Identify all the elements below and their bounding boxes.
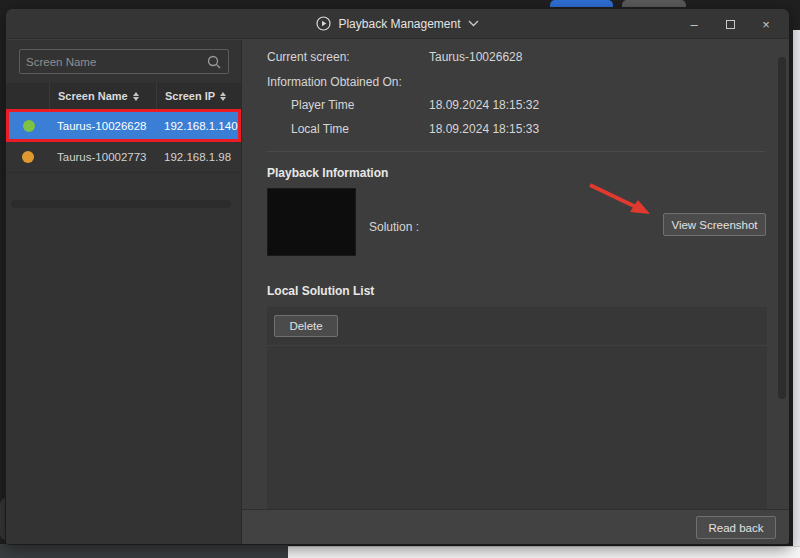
section-separator bbox=[267, 151, 765, 152]
player-time-label: Player Time bbox=[291, 98, 354, 112]
screen-table-header: Screen Name Screen IP bbox=[6, 83, 241, 109]
close-button[interactable]: × bbox=[753, 12, 779, 36]
window-title: Playback Management bbox=[338, 17, 460, 31]
local-solution-list-title: Local Solution List bbox=[267, 284, 374, 298]
screen-name-header-label: Screen Name bbox=[58, 90, 128, 102]
playback-information-title: Playback Information bbox=[267, 166, 388, 180]
background-window-right bbox=[793, 30, 800, 558]
screen-ip-cell: 192.168.1.98 bbox=[156, 151, 241, 163]
footer-bar: Read back bbox=[242, 509, 789, 544]
screen-name-cell: Taurus-10002773 bbox=[49, 151, 156, 163]
minimize-button[interactable]: – bbox=[681, 12, 707, 36]
status-column-header bbox=[6, 83, 49, 109]
sort-icon[interactable] bbox=[133, 92, 139, 101]
read-back-button[interactable]: Read back bbox=[696, 516, 776, 539]
horizontal-scrollbar[interactable] bbox=[11, 200, 231, 208]
background-window-bottom bbox=[288, 546, 800, 558]
info-obtained-label: Information Obtained On: bbox=[267, 75, 402, 89]
window-controls: – × bbox=[681, 9, 779, 39]
current-screen-value: Taurus-10026628 bbox=[429, 50, 522, 64]
title-group[interactable]: Playback Management bbox=[316, 16, 478, 31]
search-input[interactable] bbox=[20, 56, 207, 68]
local-time-value: 18.09.2024 18:15:33 bbox=[429, 122, 539, 136]
status-cell bbox=[6, 151, 49, 163]
warning-status-icon bbox=[22, 151, 34, 163]
background-tab-gray bbox=[622, 0, 686, 7]
status-cell bbox=[9, 120, 49, 132]
screen-list-sidebar: Screen Name Screen IP Taurus-10026628 19… bbox=[6, 40, 241, 544]
screen-table: Screen Name Screen IP Taurus-10026628 19… bbox=[6, 83, 241, 173]
online-status-icon bbox=[23, 120, 35, 132]
background-desktop-bottom bbox=[0, 544, 288, 558]
screen-ip-header-label: Screen IP bbox=[165, 90, 215, 102]
local-time-label: Local Time bbox=[291, 122, 349, 136]
screen-ip-cell: 192.168.1.140 bbox=[156, 120, 238, 132]
playback-screenshot-thumbnail bbox=[267, 188, 356, 256]
local-solution-list-panel: Delete bbox=[267, 307, 767, 509]
current-screen-label: Current screen: bbox=[267, 50, 350, 64]
screen-row-taurus-10026628[interactable]: Taurus-10026628 192.168.1.140 bbox=[6, 109, 241, 142]
view-screenshot-button[interactable]: View Screenshot bbox=[663, 213, 766, 236]
search-icon[interactable] bbox=[207, 55, 221, 69]
delete-button[interactable]: Delete bbox=[274, 315, 338, 337]
playback-icon bbox=[316, 16, 331, 31]
player-time-value: 18.09.2024 18:15:32 bbox=[429, 98, 539, 112]
playback-management-window: Playback Management – × Screen Name bbox=[5, 8, 790, 545]
screen-ip-column-header[interactable]: Screen IP bbox=[156, 83, 241, 109]
background-tab-blue bbox=[550, 0, 613, 7]
maximize-icon bbox=[726, 20, 735, 29]
solution-label: Solution : bbox=[369, 220, 419, 234]
chevron-down-icon[interactable] bbox=[468, 20, 479, 27]
screen-row-taurus-10002773[interactable]: Taurus-10002773 192.168.1.98 bbox=[6, 142, 241, 173]
screen-name-column-header[interactable]: Screen Name bbox=[49, 83, 156, 109]
vertical-scrollbar[interactable] bbox=[778, 57, 786, 399]
screen-search-box bbox=[19, 49, 229, 74]
maximize-button[interactable] bbox=[717, 12, 743, 36]
titlebar: Playback Management – × bbox=[6, 9, 789, 39]
sort-icon[interactable] bbox=[220, 92, 226, 101]
solution-toolbar: Delete bbox=[267, 307, 767, 346]
screen-name-cell: Taurus-10026628 bbox=[49, 120, 156, 132]
detail-panel: Current screen: Taurus-10026628 Informat… bbox=[242, 40, 789, 509]
